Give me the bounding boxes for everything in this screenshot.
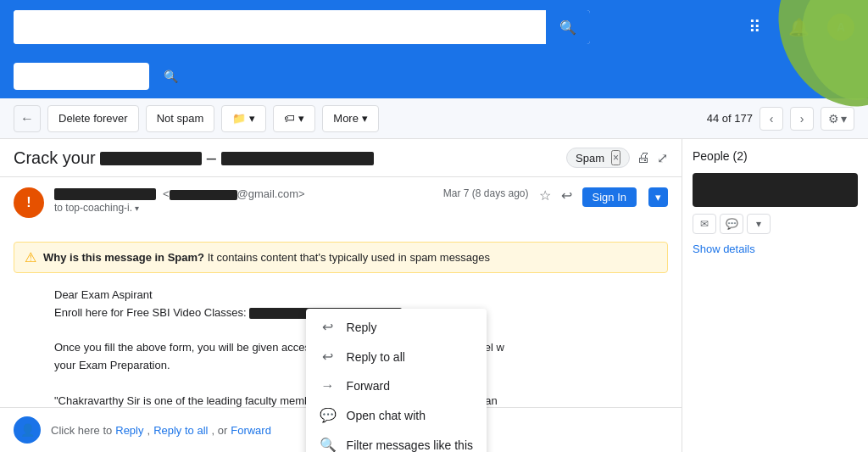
subject-redacted2: [221, 152, 374, 165]
menu-item-1[interactable]: ↩Reply to all: [306, 342, 487, 371]
menu-label-4: Filter messages like this: [347, 438, 473, 452]
people-panel: People (2) ✉ 💬 ▾ Show details: [682, 139, 868, 452]
sub-search-input[interactable]: [14, 70, 149, 83]
reply-button-inline[interactable]: ↩: [561, 187, 572, 204]
spam-badge-label: Spam: [576, 152, 604, 165]
nav-count: 44 of 177: [707, 112, 753, 125]
move-to-button[interactable]: 📁 ▾: [221, 105, 266, 132]
sender-name-redacted: [54, 188, 156, 200]
menu-item-2[interactable]: →Forward: [306, 371, 487, 400]
next-button[interactable]: ›: [790, 107, 814, 131]
search-container: 🔍: [14, 10, 590, 44]
expand-icon: ⤢: [657, 151, 668, 165]
person-icons: ✉ 💬 ▾: [693, 214, 858, 234]
sender-info: <@gmail.com> to top-coaching-i. ▾: [54, 187, 433, 214]
sender-avatar: !: [14, 187, 44, 218]
main-content: Crack your – Spam × 🖨 ⤢: [0, 139, 868, 452]
folder-icon: 📁: [232, 112, 246, 125]
more-label: More: [333, 112, 359, 125]
spam-warning: ⚠ Why is this message in Spam? It contai…: [14, 242, 668, 273]
settings-icon: ⚙: [828, 112, 839, 126]
not-spam-button[interactable]: Not spam: [146, 105, 215, 132]
menu-label-3: Open chat with: [347, 409, 426, 422]
expand-button[interactable]: ⤢: [657, 150, 668, 166]
bell-icon: 🔔: [788, 17, 810, 37]
to-dropdown-button[interactable]: ▾: [135, 204, 139, 213]
more-button[interactable]: More ▾: [322, 105, 379, 132]
person-email-button[interactable]: ✉: [693, 214, 716, 234]
reply-all-link[interactable]: Reply to all: [153, 424, 208, 437]
menu-icon-1: ↩: [320, 349, 337, 365]
gmail-header: 🔍 ⠿ 🔔 A: [0, 0, 868, 54]
search-input[interactable]: [14, 10, 546, 44]
sign-in-button[interactable]: Sign In: [582, 187, 637, 207]
apps-button[interactable]: ⠿: [739, 12, 770, 42]
email-date: Mar 7 (8 days ago): [443, 187, 529, 199]
spam-close-button[interactable]: ×: [611, 150, 620, 165]
menu-item-0[interactable]: ↩Reply: [306, 312, 487, 342]
labels-icon: 🏷: [284, 112, 295, 125]
menu-icon-3: 💬: [320, 407, 337, 423]
email-action-icons: 🖨 ⤢: [637, 150, 668, 166]
reply-footer-label: Click here to: [51, 424, 112, 437]
sender-row: ! <@gmail.com> to top-coaching-i. ▾ Mar …: [14, 187, 668, 218]
forward-link[interactable]: Forward: [231, 424, 271, 437]
sender-email: <@gmail.com>: [163, 187, 305, 200]
spam-warning-text: Why is this message in Spam? It contains…: [43, 251, 490, 264]
sender-email-redacted: [170, 190, 237, 200]
bell-button[interactable]: 🔔: [783, 12, 814, 42]
settings-button[interactable]: ⚙ ▾: [821, 107, 854, 131]
person-chat-button[interactable]: 💬: [720, 214, 743, 234]
person-dropdown-button[interactable]: ▾: [747, 214, 771, 234]
print-button[interactable]: 🖨: [637, 150, 650, 166]
body-line1: Dear Exam Aspirant: [54, 287, 668, 304]
person-dropdown-icon: ▾: [756, 218, 761, 230]
menu-icon-2: →: [320, 378, 337, 393]
email-subject-bar: Crack your – Spam × 🖨 ⤢: [0, 139, 682, 177]
menu-label-1: Reply to all: [347, 350, 405, 364]
people-title: People (2): [693, 149, 858, 163]
menu-label-2: Forward: [347, 379, 390, 393]
avatar-button[interactable]: A: [827, 14, 854, 41]
settings-dropdown-icon: ▾: [841, 112, 847, 126]
sub-search-icon: 🔍: [164, 70, 178, 83]
email-area: Crack your – Spam × 🖨 ⤢: [0, 139, 682, 452]
separator2: , or: [211, 424, 227, 437]
delete-forever-button[interactable]: Delete forever: [47, 105, 139, 132]
print-icon: 🖨: [637, 150, 650, 165]
star-icon: ☆: [539, 188, 551, 203]
move-dropdown-icon: ▾: [249, 112, 255, 125]
search-button[interactable]: 🔍: [546, 10, 590, 44]
search-icon: 🔍: [559, 20, 576, 36]
email-more-dropdown-button[interactable]: ▾: [648, 187, 668, 207]
sub-header: ▾ 🔍: [0, 54, 868, 98]
context-menu: ↩Reply↩Reply to all→Forward💬Open chat wi…: [306, 309, 487, 452]
menu-item-3[interactable]: 💬Open chat with: [306, 400, 487, 430]
to-row: to top-coaching-i. ▾: [54, 202, 433, 214]
email-subject: Crack your –: [14, 148, 559, 168]
reply-link[interactable]: Reply: [115, 424, 143, 437]
spam-badge: Spam ×: [566, 148, 630, 168]
show-details-button[interactable]: Show details: [693, 243, 755, 255]
more-dropdown-icon: ▾: [362, 112, 368, 125]
labels-button[interactable]: 🏷 ▾: [273, 105, 315, 132]
spam-warning-icon: ⚠: [25, 249, 36, 265]
back-button[interactable]: ←: [14, 105, 41, 132]
sub-search-container: ▾: [14, 63, 149, 90]
sub-search-button[interactable]: 🔍: [156, 63, 185, 90]
menu-label-0: Reply: [347, 321, 377, 334]
next-icon: ›: [800, 112, 804, 126]
apps-icon: ⠿: [748, 17, 761, 37]
menu-icon-0: ↩: [320, 319, 337, 335]
prev-button[interactable]: ‹: [760, 107, 783, 131]
prev-icon: ‹: [770, 112, 774, 126]
separator1: ,: [147, 424, 151, 437]
person-chat-icon: 💬: [726, 218, 738, 230]
star-button[interactable]: ☆: [539, 187, 551, 204]
person-email-icon: ✉: [700, 218, 709, 230]
subject-redacted: [100, 152, 202, 165]
sender-name-row: <@gmail.com>: [54, 187, 433, 200]
footer-avatar: 👤: [14, 416, 41, 444]
back-icon: ←: [20, 111, 34, 126]
menu-item-4[interactable]: 🔍Filter messages like this: [306, 430, 487, 452]
